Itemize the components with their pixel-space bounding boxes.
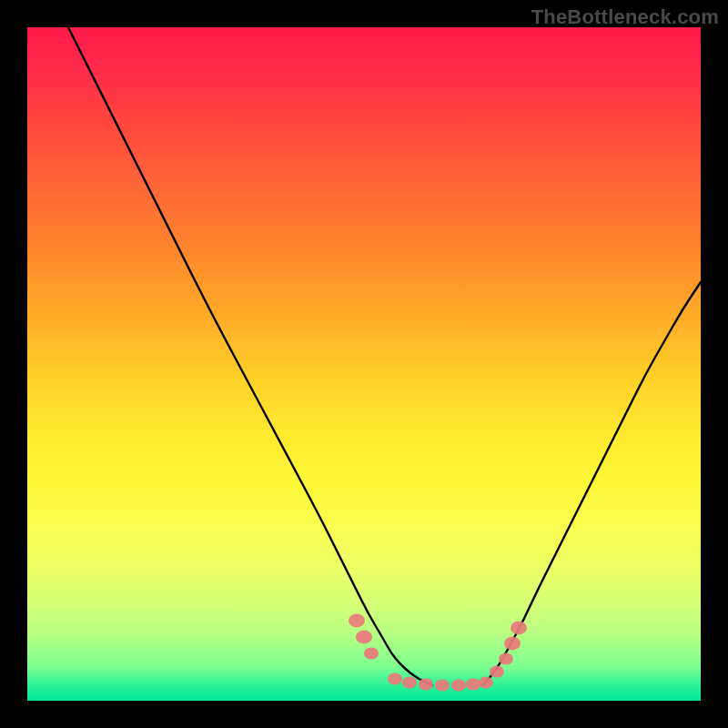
data-point [490,665,504,677]
data-point [435,679,450,691]
data-point [388,672,402,684]
data-point [402,676,417,688]
data-point [364,647,379,659]
data-point [349,614,365,628]
data-point [466,678,480,690]
chart-frame: TheBottleneck.com [0,0,728,728]
data-point [479,676,493,688]
data-point [451,679,466,691]
data-point [504,637,521,651]
chart-svg [27,27,701,701]
data-point [419,678,433,690]
data-point [499,652,513,664]
watermark-text: TheBottleneck.com [531,5,719,29]
data-point [356,631,372,644]
plot-area [27,27,701,701]
curve-left [64,27,432,685]
data-point [511,622,527,635]
